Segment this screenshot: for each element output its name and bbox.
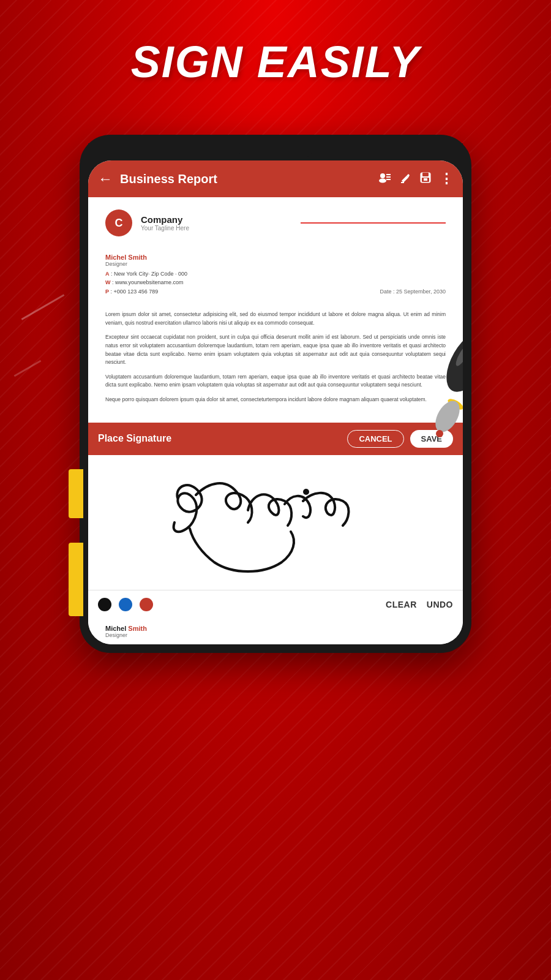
color-dots (98, 598, 153, 611)
contact-last-name: Smith (128, 254, 147, 261)
contacts-icon[interactable] (378, 172, 392, 186)
undo-button[interactable]: UNDO (427, 600, 453, 609)
date-label: Date (380, 288, 391, 295)
phone-frame: ← Business Report (80, 135, 471, 653)
sig-buttons: CANCEL SAVE (347, 430, 453, 448)
doc-date: Date : 25 September, 2030 (380, 287, 446, 296)
svg-point-17 (303, 489, 309, 495)
company-name: Company (141, 214, 286, 225)
company-logo: C (105, 209, 132, 236)
contact-name: Michel Smith (105, 254, 446, 261)
svg-rect-9 (424, 178, 427, 181)
website-label: W (105, 279, 111, 285)
company-divider-line (301, 222, 446, 224)
clear-button[interactable]: CLEAR (386, 600, 417, 609)
doc-bottom-strip: Michel Smith Designer (88, 619, 463, 644)
doc-paragraph-2: Excepteur sint occaecat cupidatat non pr… (105, 333, 446, 366)
contact-role: Designer (105, 261, 446, 267)
color-red[interactable] (140, 598, 153, 611)
hero-title: SIGN EASILY (0, 37, 551, 87)
doc-header: C Company Your Tagline Here (105, 209, 446, 243)
doc-contact-block: Michel Smith Designer A : New York City·… (105, 254, 446, 303)
phone-label: P (105, 288, 109, 295)
signature-svg (141, 461, 410, 584)
date-value: : 25 September, 2030 (393, 288, 446, 295)
color-black[interactable] (98, 598, 111, 611)
app-title: Business Report (120, 172, 371, 186)
company-info: Company Your Tagline Here (141, 214, 286, 232)
more-icon[interactable]: ⋮ (440, 171, 453, 187)
phone-value: : +000 123 456 789 (111, 288, 159, 295)
save-button[interactable]: SAVE (410, 430, 453, 448)
phone-screen: ← Business Report (88, 160, 463, 644)
sig-panel-title: Place Signature (98, 433, 171, 444)
phone-notch (239, 146, 312, 157)
color-blue[interactable] (119, 598, 132, 611)
sig-footer: CLEAR UNDO (88, 590, 463, 619)
yellow-tab-left (69, 469, 83, 518)
doc-paragraph-4: Neque porro quisquam dolorem ipsum quia … (105, 396, 446, 404)
save-icon[interactable] (420, 172, 431, 186)
svg-point-0 (380, 173, 385, 178)
address-label: A (105, 271, 110, 277)
contact-address: A : New York City· Zip Code · 000 (105, 270, 446, 278)
signature-panel-header: Place Signature CANCEL SAVE (88, 423, 463, 455)
sig-action-buttons: CLEAR UNDO (386, 600, 453, 609)
website-value: : www.yourwebsitename.com (112, 279, 184, 285)
address-value: : New York City· Zip Code · 000 (111, 271, 187, 277)
cancel-button[interactable]: CANCEL (347, 430, 403, 448)
doc-paragraph-1: Lorem ipsum dolor sit amet, consectetur … (105, 311, 446, 327)
svg-text:C: C (115, 217, 123, 229)
contact-website: W : www.yourwebsitename.com (105, 278, 446, 287)
bottom-contact-last: Smith (128, 625, 147, 632)
doc-paragraph-3: Voluptatem accusantium doloremque laudan… (105, 373, 446, 390)
phone-wrapper: ← Business Report (80, 135, 471, 653)
signature-canvas[interactable] (88, 455, 463, 590)
contact-first-name: Michel (105, 254, 126, 261)
svg-point-1 (379, 178, 386, 183)
bottom-contact-role: Designer (105, 632, 446, 638)
company-tagline: Your Tagline Here (141, 225, 286, 232)
svg-rect-7 (422, 173, 429, 176)
app-toolbar: ← Business Report (88, 160, 463, 197)
edit-icon[interactable] (400, 172, 411, 186)
document-content: C Company Your Tagline Here Michel Smith (88, 197, 463, 423)
bottom-contact-first: Michel (105, 625, 126, 632)
back-button[interactable]: ← (98, 170, 113, 187)
signature-panel: Place Signature CANCEL SAVE (88, 423, 463, 619)
yellow-tab-bottom-left (69, 543, 83, 616)
contact-phone-date: P : +000 123 456 789 Date : 25 September… (105, 287, 446, 303)
toolbar-icons: ⋮ (378, 171, 453, 187)
phone-top-bar (88, 143, 463, 160)
